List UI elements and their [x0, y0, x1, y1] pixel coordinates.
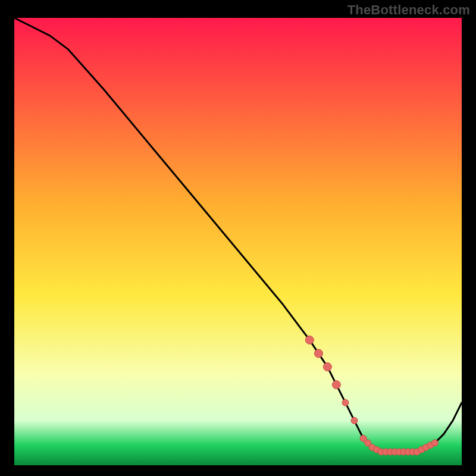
- data-marker: [323, 363, 331, 371]
- chart-frame: TheBottleneck.com: [0, 0, 476, 476]
- data-marker: [431, 440, 438, 446]
- data-marker: [351, 417, 358, 424]
- data-marker: [332, 381, 340, 389]
- gradient-background: [14, 18, 462, 465]
- data-marker: [314, 349, 322, 358]
- data-marker: [342, 399, 349, 406]
- plot-area: [14, 18, 462, 465]
- chart-svg: [14, 18, 462, 465]
- data-marker: [305, 336, 314, 344]
- watermark-text: TheBottleneck.com: [347, 2, 470, 18]
